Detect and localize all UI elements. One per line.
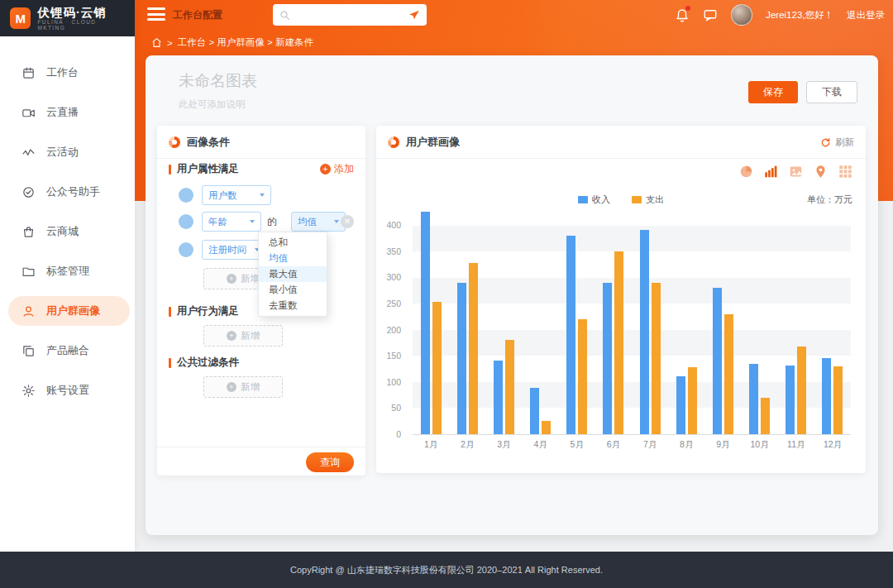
field-select[interactable]: 注册时间	[202, 240, 266, 260]
bar-支出[interactable]	[652, 283, 661, 434]
search-input[interactable]	[295, 9, 404, 21]
bar-收入[interactable]	[822, 358, 831, 434]
send-icon[interactable]	[408, 9, 420, 21]
bar-收入[interactable]	[713, 288, 722, 434]
sidebar-item-账号设置[interactable]: 账号设置	[0, 370, 135, 410]
chart-name-input[interactable]: 未命名图表	[179, 70, 257, 92]
conditions-panel: 画像条件 用户属性满足 + 添加 用户数 年龄 的 均值	[157, 126, 365, 476]
bar-收入[interactable]	[603, 283, 612, 434]
bar-支出[interactable]	[614, 251, 623, 434]
x-axis-labels: 1月2月3月4月5月6月7月8月9月10月11月12月	[413, 439, 851, 451]
bar-支出[interactable]	[505, 340, 514, 434]
topbar-right: Jerei123,您好！ 退出登录	[675, 0, 885, 30]
add-condition-button[interactable]: + 添加	[320, 162, 354, 176]
bar-收入[interactable]	[494, 361, 503, 434]
refresh-button[interactable]: 刷新	[820, 136, 854, 149]
section-common-filters: 公共过滤条件	[169, 356, 239, 370]
portrait-panel-title: 用户群画像	[406, 135, 460, 150]
sidebar-item-工作台[interactable]: 工作台	[0, 53, 135, 93]
sidebar-item-云活动[interactable]: 云活动	[0, 132, 135, 172]
download-button[interactable]: 下载	[806, 81, 857, 103]
shop-icon	[21, 225, 36, 239]
bar-支出[interactable]	[578, 319, 587, 434]
search-icon	[279, 10, 290, 21]
bar-支出[interactable]	[432, 302, 442, 434]
bar-收入[interactable]	[566, 236, 575, 434]
bar-group	[704, 210, 741, 434]
legend-item[interactable]: 收入	[578, 194, 610, 206]
user-avatar[interactable]	[731, 4, 752, 26]
agg-option[interactable]: 最小值	[259, 282, 327, 298]
sidebar-item-label: 用户群画像	[46, 304, 100, 318]
bar-group	[559, 210, 595, 434]
chart-description-input[interactable]: 此处可添加说明	[179, 98, 246, 111]
query-button[interactable]: 查询	[306, 452, 354, 472]
hamburger-menu-icon[interactable]	[147, 7, 165, 22]
agg-option[interactable]: 最大值	[259, 266, 327, 282]
logo-mark: M	[10, 7, 31, 29]
y-axis-labels: 050100150200250300350400	[376, 210, 408, 435]
sidebar-item-标签管理[interactable]: 标签管理	[0, 251, 135, 291]
bar-收入[interactable]	[530, 388, 539, 434]
bar-chart-icon[interactable]	[764, 165, 778, 179]
bar-group	[814, 210, 851, 434]
agg-option[interactable]: 均值	[259, 251, 327, 266]
x-tick-label: 3月	[485, 439, 522, 451]
portrait-panel: 用户群画像 刷新 收入 支出 单位：万元 0501001502002503003…	[376, 126, 866, 473]
table-grid-icon[interactable]	[838, 165, 852, 179]
brand-subtitle: FULINA · CLOUD MKTING	[37, 19, 125, 31]
bar-收入[interactable]	[676, 376, 685, 434]
bar-支出[interactable]	[761, 398, 770, 434]
sidebar-item-公众号助手[interactable]: 公众号助手	[0, 172, 135, 212]
map-pin-icon[interactable]	[814, 165, 828, 179]
bars-container	[413, 210, 851, 434]
brand-title: 伏锂码·云销	[37, 7, 125, 19]
agg-option[interactable]: 去重数	[259, 298, 327, 313]
new-filter-button[interactable]: + 新增	[203, 376, 283, 398]
legend-item[interactable]: 支出	[632, 194, 664, 206]
bar-支出[interactable]	[469, 263, 478, 434]
image-chart-icon[interactable]	[789, 165, 803, 179]
aggregate-select[interactable]: 均值	[291, 212, 346, 232]
x-tick-label: 8月	[668, 439, 704, 451]
notifications-bell-icon[interactable]	[675, 7, 690, 22]
pie-badge-icon	[169, 136, 180, 148]
field-select[interactable]: 用户数	[202, 185, 271, 205]
bar-支出[interactable]	[688, 367, 697, 434]
new-behavior-button[interactable]: + 新增	[203, 325, 283, 347]
app-screen: 工作台配置 Jerei123,您好！ 退出登录 > 工作台 > 用户群画像 > …	[0, 0, 893, 588]
bar-支出[interactable]	[833, 366, 843, 434]
bar-支出[interactable]	[797, 347, 806, 434]
bar-收入[interactable]	[457, 283, 466, 434]
sidebar-item-用户群画像[interactable]: 用户群画像	[8, 296, 130, 326]
breadcrumb[interactable]: > 工作台 > 用户群画像 > 新建条件	[151, 36, 313, 49]
legend-swatch	[632, 196, 642, 203]
sidebar-item-云直播[interactable]: 云直播	[0, 93, 135, 132]
bar-group	[778, 210, 814, 434]
workbench-config-link[interactable]: 工作台配置	[173, 0, 222, 30]
condition-marker	[179, 242, 193, 257]
sidebar-item-产品融合[interactable]: 产品融合	[0, 331, 135, 370]
bar-收入[interactable]	[421, 212, 430, 434]
save-button[interactable]: 保存	[748, 81, 798, 103]
remove-condition-icon[interactable]: ✕	[341, 215, 354, 228]
brand-logo: M 伏锂码·云销 FULINA · CLOUD MKTING	[0, 0, 135, 36]
pie-chart-icon[interactable]	[739, 165, 753, 179]
bar-收入[interactable]	[640, 230, 649, 434]
search-box[interactable]	[273, 4, 427, 26]
logout-button[interactable]: 退出登录	[847, 9, 885, 22]
bar-支出[interactable]	[724, 314, 733, 434]
agg-option[interactable]: 总和	[259, 235, 327, 251]
bar-支出[interactable]	[542, 421, 551, 434]
sidebar-item-云商城[interactable]: 云商城	[0, 212, 135, 251]
messages-icon[interactable]	[703, 7, 718, 22]
bar-收入[interactable]	[749, 364, 758, 434]
copyright-text: CopyRight @ 山东捷瑞数字科技股份有限公司 2020–2021 All…	[290, 564, 603, 576]
chevron-down-icon	[260, 194, 265, 197]
field-select[interactable]: 年龄	[202, 212, 261, 232]
y-tick-label: 0	[396, 429, 401, 439]
aggregate-dropdown: 总和均值最大值最小值去重数	[258, 232, 327, 317]
x-tick-label: 11月	[778, 439, 814, 451]
bar-收入[interactable]	[786, 366, 795, 434]
condition-row-1: 用户数	[157, 185, 365, 205]
